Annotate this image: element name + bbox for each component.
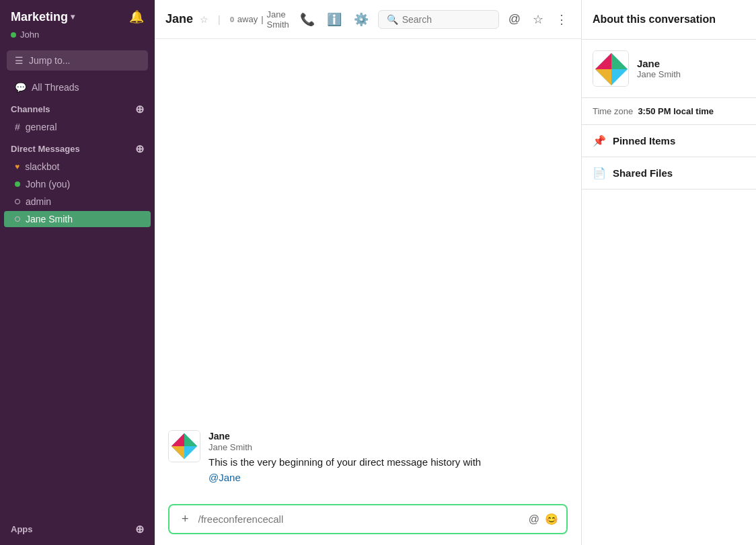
sidebar: Marketing ▾ 🔔 John ☰ Jump to... 💬 All Th… (0, 0, 155, 545)
message-sender-name: Jane (209, 431, 230, 442)
mention-link[interactable]: @Jane (209, 472, 241, 483)
apps-label: Apps (11, 524, 33, 534)
hash-icon: # (15, 122, 20, 132)
threads-icon: 💬 (15, 82, 26, 93)
sidebar-item-general[interactable]: # general (4, 119, 151, 135)
dm-label: Direct Messages (11, 144, 80, 154)
add-app-button[interactable]: ⊕ (135, 523, 144, 536)
jump-to-button[interactable]: ☰ Jump to... (7, 50, 148, 71)
pinned-items-left: 📌 Pinned Items (593, 134, 675, 147)
message-input[interactable] (198, 513, 523, 525)
shared-files-left: 📄 Shared Files (593, 167, 673, 179)
jump-to-icon: ☰ (15, 55, 24, 66)
topbar: Jane ☆ | away | Jane Smith 📞 ℹ️ ⚙️ 🔍 @ ☆… (155, 0, 581, 39)
pinned-items-section[interactable]: 📌 Pinned Items ▶ (582, 125, 756, 157)
input-box[interactable]: + @ 😊 (168, 504, 568, 534)
timezone-value: 3:50 PM local time (638, 106, 714, 116)
dm-item-admin[interactable]: admin (4, 194, 151, 210)
message-sub: Jane Smith (209, 442, 568, 452)
message-line1: This is the very beginning of your direc… (209, 456, 481, 468)
user-status: John (0, 30, 155, 46)
topbar-actions: 📞 ℹ️ ⚙️ 🔍 @ ☆ ⋮ (297, 9, 570, 30)
sidebar-header: Marketing ▾ 🔔 (0, 0, 155, 30)
timezone-label: Time zone (593, 106, 633, 116)
away-status-dot (230, 17, 234, 22)
workspace-label: Marketing (11, 10, 68, 24)
star-icon[interactable]: ☆ (200, 14, 209, 25)
mention-button[interactable]: @ (506, 9, 523, 29)
topbar-username: Jane Smith (267, 9, 291, 30)
info-button[interactable]: ℹ️ (324, 9, 344, 30)
sidebar-item-all-threads[interactable]: 💬 All Threads (4, 79, 151, 95)
sidebar-bottom: Apps ⊕ (0, 516, 155, 545)
file-icon: 📄 (593, 167, 606, 179)
dm-slackbot-label: slackbot (25, 161, 59, 172)
add-dm-button[interactable]: ⊕ (135, 142, 144, 155)
dm-item-john[interactable]: John (you) (4, 176, 151, 192)
dm-john-label: John (you) (26, 179, 70, 190)
topbar-title: Jane (165, 12, 193, 26)
user-status-dot (11, 32, 16, 38)
topbar-separator: | (218, 14, 221, 25)
panel-timezone: Time zone 3:50 PM local time (582, 98, 756, 125)
channel-name-label: general (26, 122, 57, 132)
message-content: Jane Jane Smith This is the very beginni… (209, 430, 568, 485)
chat-area: Jane Jane Smith This is the very beginni… (155, 39, 581, 496)
panel-user-full: Jane Smith (637, 69, 681, 79)
shared-files-section[interactable]: 📄 Shared Files ▶ (582, 157, 756, 190)
john-status-dot (15, 181, 20, 187)
emoji-icon[interactable]: 😊 (545, 513, 558, 526)
panel-title: About this conversation (593, 13, 716, 26)
dm-admin-label: admin (26, 196, 51, 207)
panel-user-info: Jane Jane Smith (582, 40, 756, 98)
user-name-label: John (20, 30, 39, 40)
jane-status-dot (15, 216, 20, 222)
jump-to-label: Jump to... (29, 55, 70, 66)
away-status-label: away (237, 14, 258, 24)
right-panel: About this conversation ✕ Jane Jane Smit… (581, 0, 756, 545)
channels-label: Channels (11, 104, 50, 114)
search-box[interactable]: 🔍 (378, 10, 499, 29)
panel-user-text: Jane Jane Smith (637, 58, 681, 79)
search-icon: 🔍 (387, 14, 398, 25)
settings-button[interactable]: ⚙️ (351, 9, 371, 30)
search-input[interactable] (402, 14, 490, 25)
dm-jane-label: Jane Smith (26, 214, 73, 224)
input-actions: @ 😊 (529, 513, 558, 526)
main-content: Jane ☆ | away | Jane Smith 📞 ℹ️ ⚙️ 🔍 @ ☆… (155, 0, 581, 545)
dm-item-jane-smith[interactable]: Jane Smith (4, 211, 151, 227)
shared-files-label: Shared Files (613, 167, 673, 179)
message-block: Jane Jane Smith This is the very beginni… (168, 430, 568, 485)
at-icon[interactable]: @ (529, 513, 539, 526)
panel-user-name: Jane (637, 58, 681, 69)
topbar-status: away | Jane Smith (230, 9, 291, 30)
admin-status-dot (15, 199, 20, 204)
panel-header: About this conversation ✕ (582, 0, 756, 40)
channels-section-header: Channels ⊕ (0, 96, 155, 118)
avatar (168, 430, 200, 462)
message-text: This is the very beginning of your direc… (209, 455, 568, 485)
panel-avatar (593, 50, 629, 87)
pin-icon: 📌 (593, 134, 606, 147)
apps-section-header: Apps ⊕ (0, 516, 155, 538)
bell-icon[interactable]: 🔔 (129, 9, 144, 24)
add-channel-button[interactable]: ⊕ (135, 103, 144, 116)
attach-button[interactable]: + (178, 511, 193, 528)
dm-item-slackbot[interactable]: ♥ slackbot (4, 159, 151, 175)
topbar-name-separator: | (261, 14, 263, 24)
dm-section-header: Direct Messages ⊕ (0, 136, 155, 158)
phone-button[interactable]: 📞 (297, 9, 317, 30)
input-area: + @ 😊 (155, 496, 581, 545)
workspace-name[interactable]: Marketing ▾ (11, 10, 75, 24)
workspace-chevron-icon: ▾ (71, 12, 75, 22)
all-threads-label: All Threads (32, 82, 79, 93)
star-button[interactable]: ☆ (530, 9, 546, 30)
more-button[interactable]: ⋮ (553, 9, 570, 30)
slackbot-heart-icon: ♥ (15, 162, 20, 171)
pinned-items-label: Pinned Items (613, 135, 675, 146)
